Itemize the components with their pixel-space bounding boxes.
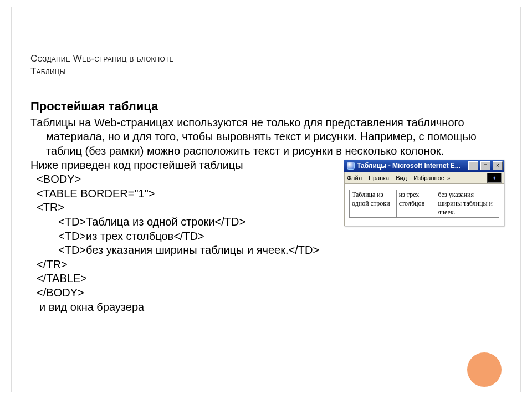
maximize-button[interactable]: □ — [480, 161, 490, 170]
chevron-right-icon: » — [447, 175, 451, 181]
code-line: </TABLE> — [30, 272, 502, 286]
decorative-circle — [467, 352, 502, 387]
code-line: </BODY> — [30, 286, 502, 300]
menu-edit[interactable]: Правка — [369, 175, 389, 181]
ie-throbber-icon: ✦ — [487, 173, 502, 183]
table-cell: из трех столбцов — [396, 190, 436, 218]
code-line: </TR> — [30, 258, 502, 272]
table-cell: Таблица из одной строки — [350, 190, 397, 218]
example-table: Таблица из одной строки из трех столбцов… — [349, 190, 499, 218]
menu-view[interactable]: Вид — [396, 175, 407, 181]
table-cell: без указания ширины таблицы и ячеек. — [436, 190, 499, 218]
title-line-2: Таблицы — [30, 66, 66, 76]
title-line-1: Создание Web-страниц в блокноте — [30, 53, 174, 64]
paragraph-1: Таблицы на Web-страницах используются не… — [30, 116, 496, 158]
footer-text: и вид окна браузера — [30, 300, 502, 315]
minimize-button[interactable]: _ — [468, 161, 478, 170]
browser-menubar: Файл Правка Вид Избранное » ✦ — [344, 172, 504, 184]
browser-title: Таблицы - Microsoft Internet E... — [357, 162, 466, 170]
browser-titlebar: Таблицы - Microsoft Internet E... _ □ × — [344, 160, 504, 172]
ie-icon — [347, 162, 355, 170]
table-row: Таблица из одной строки из трех столбцов… — [350, 190, 499, 218]
close-button[interactable]: × — [493, 161, 503, 170]
browser-client-area: Таблица из одной строки из трех столбцов… — [344, 184, 504, 226]
slide-title: Создание Web-страниц в блокноте Таблицы — [30, 53, 502, 78]
menu-file[interactable]: Файл — [347, 175, 362, 181]
browser-window: Таблицы - Microsoft Internet E... _ □ × … — [344, 160, 504, 226]
menu-favorites[interactable]: Избранное » — [413, 175, 450, 181]
section-heading: Простейшая таблица — [30, 99, 502, 114]
code-line: <TD>без указания ширины таблицы и ячеек.… — [30, 243, 502, 258]
code-line: <TD>из трех столбцов</TD> — [30, 229, 502, 244]
